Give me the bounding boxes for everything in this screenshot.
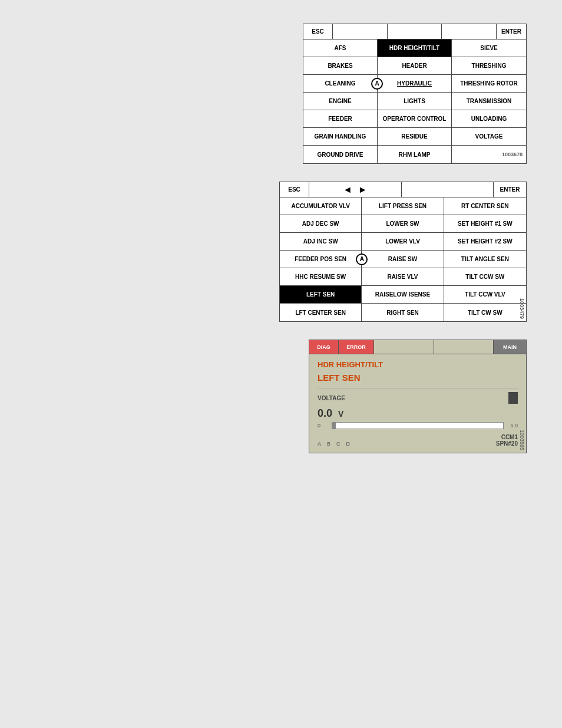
- annotation-a: A: [371, 78, 383, 90]
- sensor-content: HDR HEIGHT/TILT LEFT SEN VOLTAGE 0.0 V 0…: [309, 354, 526, 453]
- menu-item-feeder[interactable]: FEEDER: [303, 110, 378, 128]
- item-tilt-angle-sen[interactable]: TILT ANGLE SEN: [444, 251, 526, 268]
- menu-item-unloading[interactable]: UNLOADING: [452, 110, 526, 128]
- menu-item-residue[interactable]: RESIDUE: [378, 128, 452, 146]
- menu-item-transmission[interactable]: TRANSMISSION: [452, 93, 526, 110]
- item-tilt-cw-sw[interactable]: TILT CW SW 1003479: [444, 304, 526, 321]
- voltage-unit: V: [338, 409, 343, 419]
- arrow-right-button[interactable]: ►: [358, 185, 368, 195]
- item-raise-sw[interactable]: RAISE SW A: [362, 251, 444, 268]
- item-raiselow-isense[interactable]: RAISELOW ISENSE: [362, 286, 444, 304]
- item-raise-vlv[interactable]: RAISE VLV: [362, 268, 444, 286]
- panel2-grid: ACCUMULATOR VLV LIFT PRESS SEN RT CENTER…: [280, 197, 526, 321]
- bottom-label-a: A: [318, 441, 321, 447]
- item-set-height-1-sw[interactable]: SET HEIGHT #1 SW: [444, 215, 526, 233]
- bottom-label-d: D: [346, 441, 351, 447]
- menu-item-hdr-height-tilt[interactable]: HDR HEIGHT/TILT: [378, 39, 452, 57]
- menu-item-threshing[interactable]: THRESHING: [452, 57, 526, 75]
- esc-button-2[interactable]: ESC: [280, 182, 309, 197]
- enter-button[interactable]: ENTER: [497, 24, 526, 39]
- sensor-title: HDR HEIGHT/TILT: [318, 360, 383, 369]
- item-accumulator-vlv[interactable]: ACCUMULATOR VLV: [280, 197, 362, 215]
- item-lft-center-sen[interactable]: LFT CENTER SEN: [280, 304, 362, 321]
- menu-item-cleaning[interactable]: CLEANING A: [303, 75, 378, 93]
- menu-item-brakes[interactable]: BRAKES: [303, 57, 378, 75]
- panel1-id: 1003678: [452, 146, 526, 163]
- gauge-max: 5.0: [506, 423, 518, 429]
- item-lift-press-sen[interactable]: LIFT PRESS SEN: [362, 197, 444, 215]
- item-hhc-resume-sw[interactable]: HHC RESUME SW: [280, 268, 362, 286]
- gauge-bar: [332, 422, 504, 429]
- esc-button[interactable]: ESC: [303, 24, 333, 39]
- menu-item-grain-handling[interactable]: GRAIN HANDLING: [303, 128, 378, 146]
- bar-indicator: [508, 392, 518, 404]
- panel1-grid: AFS HDR HEIGHT/TILT SIEVE BRAKES HEADER …: [303, 39, 526, 163]
- menu-item-sieve[interactable]: SIEVE: [452, 39, 526, 57]
- menu-item-threshing-rotor[interactable]: THRESHING ROTOR: [452, 75, 526, 93]
- gauge-fill: [332, 423, 336, 429]
- menu-item-operator-control[interactable]: OPERATOR CONTROL: [378, 110, 452, 128]
- gauge-min: 0: [318, 423, 329, 429]
- menu-item-hydraulic[interactable]: HYDRAULIC: [378, 75, 452, 93]
- menu-item-voltage[interactable]: VOLTAGE: [452, 128, 526, 146]
- bottom-label-c: C: [336, 441, 340, 447]
- menu-item-afs[interactable]: AFS: [303, 39, 378, 57]
- item-lower-sw[interactable]: LOWER SW: [362, 215, 444, 233]
- item-set-height-2-sw[interactable]: SET HEIGHT #2 SW: [444, 233, 526, 251]
- item-right-sen[interactable]: RIGHT SEN: [362, 304, 444, 321]
- panel3-id: 1003565: [519, 430, 525, 450]
- diag-button[interactable]: DIAG: [309, 340, 339, 354]
- voltage-label: VOLTAGE: [318, 395, 506, 401]
- panel1-main-menu: ESC ENTER AFS HDR HEIGHT/TILT SIEVE BRAK…: [303, 24, 527, 164]
- item-lower-vlv[interactable]: LOWER VLV: [362, 233, 444, 251]
- ccm-label: CCM1: [496, 434, 518, 440]
- menu-item-rhm-lamp[interactable]: RHM LAMP: [378, 146, 452, 163]
- menu-item-lights[interactable]: LIGHTS: [378, 93, 452, 110]
- arrow-left-button[interactable]: ◄: [343, 185, 352, 195]
- panel3-sensor-detail: DIAG ERROR MAIN HDR HEIGHT/TILT LEFT SEN…: [309, 340, 527, 453]
- item-tilt-ccw-vlv[interactable]: TILT CCW VLV: [444, 286, 526, 304]
- main-button[interactable]: MAIN: [494, 340, 526, 354]
- panel2-hdr-submenu: ESC ◄ ► ENTER ACCUMULATOR VLV LIFT PRESS…: [279, 182, 527, 322]
- item-rt-center-sen[interactable]: RT CENTER SEN: [444, 197, 526, 215]
- enter-button-2[interactable]: ENTER: [494, 182, 526, 197]
- voltage-value: 0.0: [318, 407, 332, 420]
- item-adj-dec-sw[interactable]: ADJ DEC SW: [280, 215, 362, 233]
- arrow-buttons: ◄ ►: [309, 182, 402, 197]
- bottom-label-b: B: [327, 441, 330, 447]
- item-feeder-pos-sen[interactable]: FEEDER POS SEN: [280, 251, 362, 268]
- annotation-a-2: A: [356, 253, 368, 265]
- panel2-id: 1003479: [519, 298, 525, 319]
- error-button[interactable]: ERROR: [339, 340, 374, 354]
- item-tilt-ccw-sw[interactable]: TILT CCW SW: [444, 268, 526, 286]
- item-adj-inc-sw[interactable]: ADJ INC SW: [280, 233, 362, 251]
- menu-item-engine[interactable]: ENGINE: [303, 93, 378, 110]
- spn-label: SPN#20: [496, 440, 518, 447]
- menu-item-header[interactable]: HEADER: [378, 57, 452, 75]
- menu-item-ground-drive[interactable]: GROUND DRIVE: [303, 146, 378, 163]
- sensor-subtitle: LEFT SEN: [318, 373, 361, 383]
- item-left-sen[interactable]: LEFT SEN: [280, 286, 362, 304]
